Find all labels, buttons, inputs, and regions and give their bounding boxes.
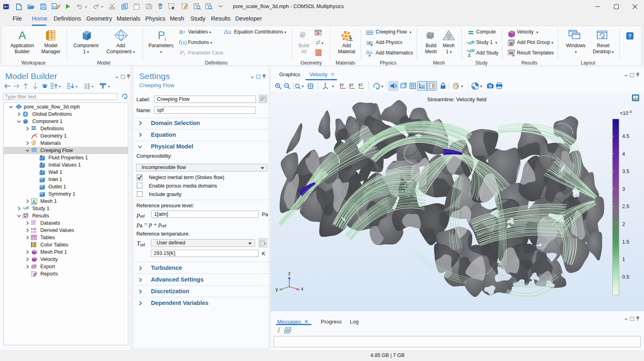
- svg-text:(x): (x): [181, 40, 187, 46]
- svg-text:D: D: [40, 169, 42, 172]
- svg-text:i: i: [165, 35, 166, 42]
- svg-text:Δu: Δu: [366, 50, 372, 55]
- svg-text:P: P: [158, 29, 165, 42]
- svg-text:3: 3: [622, 186, 625, 192]
- svg-text:0.5: 0.5: [622, 274, 629, 280]
- svg-text:1.5: 1.5: [622, 239, 629, 245]
- svg-text:i: i: [184, 52, 185, 56]
- svg-text:2: 2: [622, 221, 625, 227]
- svg-text:=: =: [183, 29, 186, 35]
- svg-text:D: D: [40, 162, 42, 165]
- svg-text:2.5: 2.5: [622, 204, 629, 209]
- svg-text:P: P: [180, 50, 184, 56]
- svg-text:a: a: [179, 29, 183, 35]
- svg-text:A: A: [19, 30, 26, 41]
- svg-text:▾: ▾: [322, 41, 324, 45]
- svg-text:Δu: Δu: [224, 29, 231, 35]
- svg-text:4.5: 4.5: [622, 134, 629, 139]
- svg-text:1: 1: [622, 257, 625, 262]
- svg-text:y: y: [276, 286, 278, 292]
- svg-text:z: z: [288, 271, 291, 276]
- svg-text:?: ?: [628, 33, 631, 39]
- svg-text:Streamline: Velocity field: Streamline: Velocity field: [427, 96, 486, 102]
- svg-text:e-12: e-12: [31, 230, 36, 233]
- svg-text:D: D: [40, 155, 42, 158]
- svg-text:x: x: [301, 286, 303, 292]
- svg-text:4: 4: [622, 151, 625, 157]
- svg-text:3.5: 3.5: [622, 169, 629, 174]
